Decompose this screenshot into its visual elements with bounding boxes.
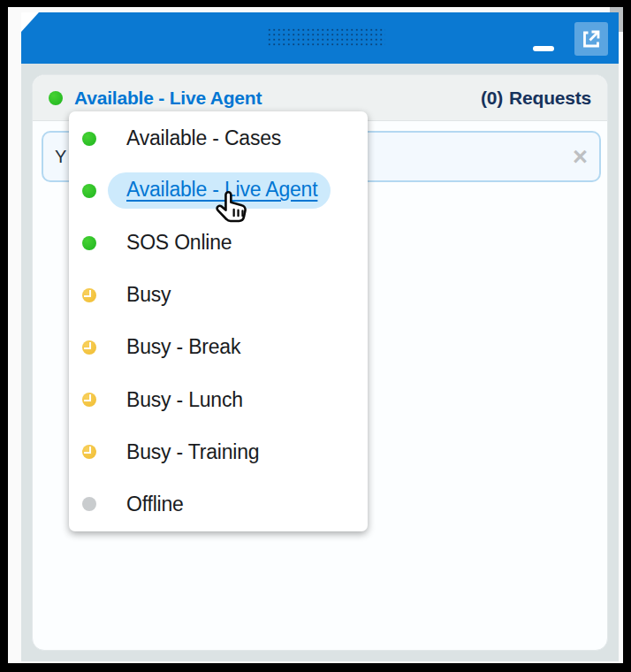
status-option-label: SOS Online <box>126 231 232 255</box>
current-status-button[interactable]: Available - Live Agent <box>49 88 262 109</box>
status-option-busy[interactable]: Busy <box>69 269 368 321</box>
green-dot-icon <box>82 184 96 198</box>
status-option-label: Available - Cases <box>126 126 281 150</box>
gray-dot-icon <box>82 497 96 511</box>
minimize-button[interactable] <box>533 46 554 51</box>
status-option-label: Available - Live Agent <box>108 172 331 209</box>
green-dot-icon <box>82 236 96 250</box>
popout-icon <box>581 28 602 50</box>
widget-titlebar <box>21 12 619 64</box>
busy-clock-icon <box>82 445 96 459</box>
status-option-available-live-agent[interactable]: Available - Live Agent <box>69 164 368 217</box>
busy-clock-icon <box>82 393 96 407</box>
current-status-label: Available - Live Agent <box>74 88 262 109</box>
status-option-label: Busy - Training <box>126 440 259 464</box>
status-option-offline[interactable]: Offline <box>69 478 368 531</box>
green-dot-icon <box>82 132 96 146</box>
status-option-busy-lunch[interactable]: Busy - Lunch <box>69 373 368 425</box>
green-dot-icon <box>49 91 63 105</box>
status-option-label: Busy <box>126 283 171 307</box>
status-option-busy-training[interactable]: Busy - Training <box>69 426 368 478</box>
requests-header: (0) Requests <box>481 88 591 109</box>
toast-text: Y <box>55 147 66 167</box>
status-option-sos-online[interactable]: SOS Online <box>69 217 368 269</box>
popout-button[interactable] <box>574 22 608 56</box>
status-menu: Available - CasesAvailable - Live AgentS… <box>69 111 368 531</box>
status-option-busy-break[interactable]: Busy - Break <box>69 321 368 373</box>
requests-count: (0) <box>481 88 503 109</box>
omni-channel-widget: Available - Live Agent (0) Requests Y × … <box>21 12 619 661</box>
status-option-available-cases[interactable]: Available - Cases <box>69 112 368 164</box>
status-option-label: Busy - Break <box>126 335 240 359</box>
status-option-label: Offline <box>126 493 184 516</box>
busy-clock-icon <box>82 288 96 302</box>
corner-fold-icon <box>21 12 39 32</box>
status-option-label: Busy - Lunch <box>126 388 243 412</box>
toast-close-icon[interactable]: × <box>573 144 588 170</box>
busy-clock-icon <box>82 340 96 355</box>
drag-handle[interactable] <box>267 27 385 48</box>
requests-label: Requests <box>509 88 591 109</box>
